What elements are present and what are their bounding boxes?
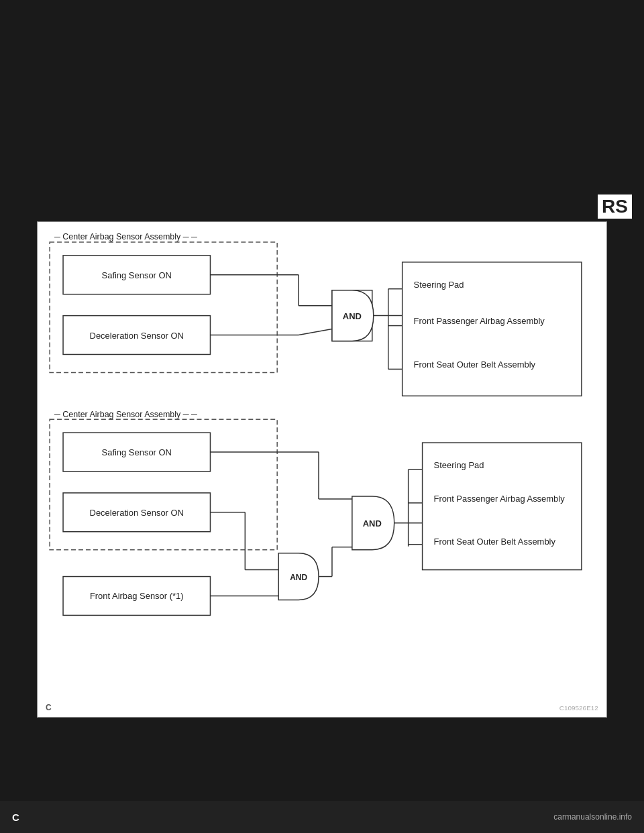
svg-text:Front Airbag Sensor (*1): Front Airbag Sensor (*1) xyxy=(90,591,184,601)
svg-text:AND: AND xyxy=(290,573,307,582)
svg-text:Steering Pad: Steering Pad xyxy=(434,460,484,470)
svg-text:Front Passenger Airbag Assembl: Front Passenger Airbag Assembly xyxy=(414,316,545,326)
svg-text:Deceleration Sensor ON: Deceleration Sensor ON xyxy=(90,331,184,341)
svg-text:Front Seat Outer Belt Assembly: Front Seat Outer Belt Assembly xyxy=(414,359,536,370)
diagram-container: ─ Center Airbag Sensor Assembly ─ ─ Safi… xyxy=(37,221,607,718)
rs-label: RS xyxy=(598,195,632,219)
svg-text:─ Center Airbag Sensor Assembl: ─ Center Airbag Sensor Assembly ─ ─ xyxy=(54,410,197,419)
svg-text:Front Passenger Airbag Assembl: Front Passenger Airbag Assembly xyxy=(434,494,566,504)
svg-text:AND: AND xyxy=(363,518,382,529)
bottom-bar: C carmanualsonline.info xyxy=(0,801,644,833)
bottom-bar-left: C xyxy=(12,812,19,823)
svg-text:AND: AND xyxy=(343,311,362,321)
svg-text:Safing Sensor ON: Safing Sensor ON xyxy=(102,270,172,280)
svg-text:─ Center Airbag Sensor Assembl: ─ Center Airbag Sensor Assembly ─ ─ xyxy=(54,232,197,241)
svg-text:Safing Sensor ON: Safing Sensor ON xyxy=(102,447,172,457)
svg-text:Front Seat Outer Belt Assembly: Front Seat Outer Belt Assembly xyxy=(434,537,556,547)
svg-text:Deceleration Sensor ON: Deceleration Sensor ON xyxy=(90,508,184,518)
svg-text:C: C xyxy=(46,703,52,712)
page: RS ─ Center Airbag Sensor Assembly ─ ─ S… xyxy=(0,0,644,833)
svg-text:C109526E12: C109526E12 xyxy=(559,704,599,712)
diagram-svg: ─ Center Airbag Sensor Assembly ─ ─ Safi… xyxy=(38,222,606,717)
watermark: carmanualsonline.info xyxy=(553,812,632,822)
svg-line-16 xyxy=(299,329,332,335)
svg-text:Steering Pad: Steering Pad xyxy=(414,280,464,290)
